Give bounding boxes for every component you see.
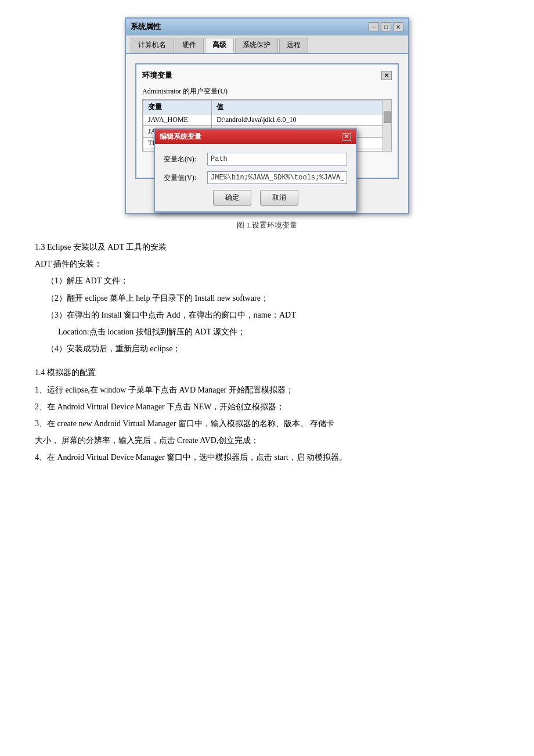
edit-dialog-ok-button[interactable]: 确定 <box>213 190 251 206</box>
sys-tabs: 计算机名 硬件 高级 系统保护 远程 <box>126 35 408 54</box>
step-4: （4）安装成功后，重新启动 eclipse； <box>46 341 499 356</box>
section-1-3-title: 1.3 Eclipse 安装以及 ADT 工具的安装 <box>35 240 499 254</box>
sys-props-title: 系统属性 <box>131 21 161 32</box>
edit-system-variable-dialog: 编辑系统变量 ✕ 变量名(N): 变量值(V): 确定 <box>154 128 357 213</box>
step-2: （2）翻开 eclipse 菜单上 help 子目录下的 Install new… <box>46 291 499 305</box>
col-header-val: 值 <box>212 100 391 114</box>
sim-step-2: 2、在 Android Virtual Device Manager 下点击 N… <box>35 399 499 414</box>
sim-step-1: 1、运行 eclipse,在 window 子菜单下点击 AVD Manager… <box>35 383 499 397</box>
tab-computer-name[interactable]: 计算机名 <box>131 38 174 53</box>
sim-step-3: 3、在 create new Android Virtual Manager 窗… <box>35 416 499 431</box>
screenshot-area: 系统属性 ─ □ ✕ 计算机名 硬件 高级 系统保护 远程 环境变量 ✕ <box>35 17 499 214</box>
maximize-button[interactable]: □ <box>381 22 391 31</box>
var-value-row: 变量值(V): <box>164 171 347 184</box>
env-variables-panel: 环境变量 ✕ Administrator 的用户变量(U) 变量 值 <box>135 63 399 179</box>
env-panel-close-button[interactable]: ✕ <box>381 71 392 80</box>
var-name-cell: JAVA_HOME <box>143 114 212 126</box>
var-value-input[interactable] <box>207 171 347 184</box>
tab-hardware[interactable]: 硬件 <box>175 38 204 53</box>
step-1: （1）解压 ADT 文件； <box>46 273 499 288</box>
env-panel-title: 环境变量 <box>142 70 172 81</box>
edit-dialog-buttons: 确定 取消 <box>164 190 347 206</box>
adt-install-label: ADT 插件的安装： <box>35 257 499 271</box>
sim-step-4: 4、在 Android Virtual Device Manager 窗口中，选… <box>35 450 499 465</box>
window-controls: ─ □ ✕ <box>369 22 403 31</box>
tab-advanced[interactable]: 高级 <box>205 38 234 53</box>
env-panel-header: 环境变量 ✕ <box>142 70 392 81</box>
tab-system-protection[interactable]: 系统保护 <box>235 38 278 53</box>
tab-remote[interactable]: 远程 <box>279 38 308 53</box>
var-name-label: 变量名(N): <box>164 154 207 164</box>
scrollbar-thumb[interactable] <box>384 111 391 123</box>
col-header-var: 变量 <box>143 100 212 114</box>
close-button[interactable]: ✕ <box>393 22 403 31</box>
edit-dialog-body: 变量名(N): 变量值(V): 确定 取消 <box>155 144 356 211</box>
figure-caption: 图 1.设置环境变量 <box>35 220 499 231</box>
edit-dialog-title: 编辑系统变量 <box>160 132 201 142</box>
var-value-label: 变量值(V): <box>164 173 207 183</box>
sys-props-content: 环境变量 ✕ Administrator 的用户变量(U) 变量 值 <box>126 54 408 213</box>
edit-dialog-close-button[interactable]: ✕ <box>342 133 351 141</box>
var-name-row: 变量名(N): <box>164 153 347 165</box>
system-properties-titlebar: 系统属性 ─ □ ✕ <box>126 19 408 35</box>
var-value-cell: D:\android\Java\jdk1.6.0_10 <box>212 114 391 126</box>
section-1-4-title: 1.4 模拟器的配置 <box>35 365 499 380</box>
var-name-input[interactable] <box>207 153 347 165</box>
minimize-button[interactable]: ─ <box>369 22 379 31</box>
system-properties-window: 系统属性 ─ □ ✕ 计算机名 硬件 高级 系统保护 远程 环境变量 ✕ <box>125 17 409 214</box>
sim-step-3-cont: 大小， 屏幕的分辨率，输入完后，点击 Create AVD,创立完成； <box>35 433 499 448</box>
user-variables-label: Administrator 的用户变量(U) <box>142 87 392 96</box>
edit-dialog-titlebar: 编辑系统变量 ✕ <box>155 129 356 144</box>
step-3-cont: Location:点击 location 按钮找到解压的 ADT 源文件； <box>58 325 499 339</box>
edit-dialog-cancel-button[interactable]: 取消 <box>260 190 298 206</box>
step-3: （3）在弹出的 Install 窗口中点击 Add，在弹出的窗口中，name：A… <box>46 308 499 322</box>
document-body: 1.3 Eclipse 安装以及 ADT 工具的安装 ADT 插件的安装： （1… <box>35 240 499 465</box>
table-row[interactable]: JAVA_HOME D:\android\Java\jdk1.6.0_10 <box>143 114 391 126</box>
